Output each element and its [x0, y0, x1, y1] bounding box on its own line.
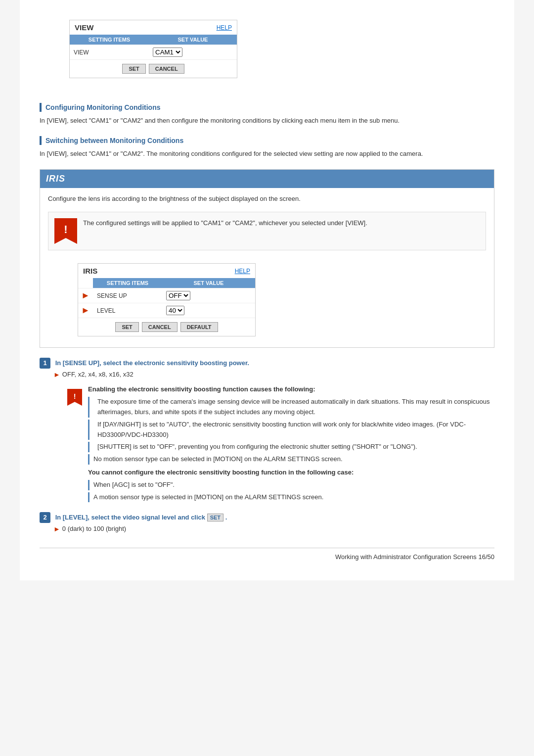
iris-cancel-button[interactable]: CANCEL: [142, 322, 178, 332]
step1-note-item1: The exposure time of the camera's image …: [88, 397, 494, 418]
sense-up-label: SENSE UP: [93, 288, 162, 303]
step1-note-item3: [SHUTTER] is set to "OFF", preventing yo…: [88, 442, 494, 452]
switching-bar: [40, 136, 42, 145]
step2-block: 2 In [LEVEL], select the video signal le…: [40, 512, 494, 533]
step2-bullet-arrow: ►: [53, 525, 60, 533]
step1-cannot-heading: You cannot configure the electronic sens…: [88, 468, 494, 478]
iris-col2-header: SET VALUE: [162, 278, 255, 288]
iris-panel-title: IRIS: [83, 267, 97, 275]
step1-note-heading: Enabling the electronic sensitivity boos…: [88, 384, 494, 395]
view-select[interactable]: CAM1 CAM2: [153, 47, 182, 57]
switching-body: In [VIEW], select "CAM1" or "CAM2". The …: [40, 149, 494, 159]
bookmark-icon: !: [54, 218, 77, 244]
step1-bullet: OFF, x2, x4, x8, x16, x32: [62, 371, 134, 378]
step1-bookmark-icon: !: [67, 384, 82, 410]
step1-note: ! Enabling the electronic sensitivity bo…: [67, 384, 494, 504]
page-footer: Working with Administrator Configuration…: [40, 548, 494, 561]
level-label: LEVEL: [93, 303, 162, 318]
iris-section: IRIS Configure the lens iris according t…: [40, 169, 494, 348]
step2-text: In [LEVEL], select the video signal leve…: [55, 514, 227, 521]
view-cancel-button[interactable]: CANCEL: [149, 64, 184, 74]
step1-note-item4: No motion sensor type can be selected in…: [88, 454, 494, 465]
step2-num: 2: [40, 512, 50, 523]
level-arrow: ►: [78, 303, 93, 318]
configuring-heading: Configuring Monitoring Conditions: [40, 103, 494, 112]
iris-body-text: Configure the lens iris according to the…: [48, 194, 486, 204]
view-row-label: VIEW: [70, 45, 149, 60]
view-help-link[interactable]: HELP: [217, 24, 232, 31]
configuring-title: Configuring Monitoring Conditions: [45, 103, 161, 111]
iris-col1-header: SETTING ITEMS: [93, 278, 162, 288]
level-select[interactable]: 40: [166, 306, 184, 315]
iris-note-text: The configured settings will be applied …: [83, 218, 367, 229]
step1-bullet-row: ► OFF, x2, x4, x8, x16, x32: [53, 371, 494, 378]
svg-text:!: !: [64, 223, 67, 236]
configuring-bar: [40, 103, 42, 112]
view-set-button[interactable]: SET: [122, 64, 145, 74]
step1-block: 1 In [SENSE UP], select the electronic s…: [40, 358, 494, 504]
iris-panel-help[interactable]: HELP: [235, 268, 250, 275]
sense-up-select[interactable]: OFF x2 x4 x8 x16 x32: [166, 291, 190, 300]
configuring-body: In [VIEW], select "CAM1" or "CAM2" and t…: [40, 116, 494, 126]
iris-panel: IRIS HELP SETTING ITEMS SET VALUE ► SENS…: [78, 263, 256, 336]
switching-heading: Switching between Monitoring Conditions: [40, 136, 494, 145]
iris-set-button[interactable]: SET: [115, 322, 138, 332]
iris-note-box: ! The configured settings will be applie…: [48, 212, 486, 250]
step1-note-content: Enabling the electronic sensitivity boos…: [88, 384, 494, 504]
step1-cannot-item2: A motion sensor type is selected in [MOT…: [88, 492, 494, 503]
view-panel-title: VIEW: [75, 23, 93, 32]
step1-num: 1: [40, 358, 50, 369]
sense-up-arrow: ►: [78, 288, 93, 303]
step2-set-inline: SET: [207, 514, 223, 521]
step1-text: In [SENSE UP], select the electronic sen…: [55, 359, 249, 367]
iris-title: IRIS: [46, 174, 65, 184]
view-col1-header: SETTING ITEMS: [70, 35, 149, 45]
view-col2-header: SET VALUE: [149, 35, 237, 45]
footer-text: Working with Administrator Configuration…: [335, 553, 494, 561]
iris-default-button[interactable]: DEFAULT: [180, 322, 218, 332]
step1-cannot-item1: When [AGC] is set to "OFF".: [88, 480, 494, 490]
iris-header: IRIS: [40, 170, 494, 188]
step1-note-item2: If [DAY/NIGHT] is set to "AUTO", the ele…: [88, 420, 494, 440]
step1-bullet-arrow: ►: [53, 371, 60, 378]
switching-title: Switching between Monitoring Conditions: [45, 137, 183, 144]
svg-text:!: !: [74, 392, 76, 400]
step2-bullet-row: ► 0 (dark) to 100 (bright): [53, 525, 494, 533]
step2-bullet: 0 (dark) to 100 (bright): [62, 525, 126, 532]
view-panel: VIEW HELP SETTING ITEMS SET VALUE VIEW C…: [69, 20, 237, 78]
